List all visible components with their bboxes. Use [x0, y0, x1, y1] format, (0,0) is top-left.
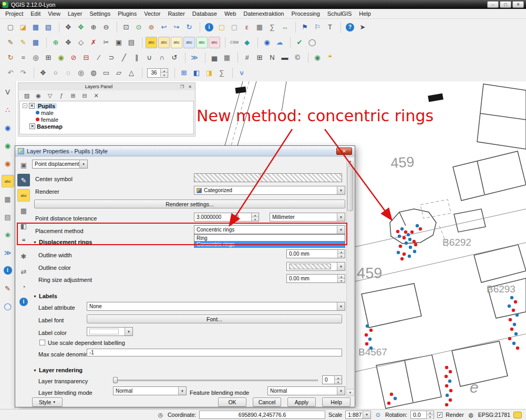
ellipse-extent-icon[interactable]: ◍: [88, 67, 99, 79]
circle-3points-icon[interactable]: ◌: [63, 67, 74, 79]
messages-icon[interactable]: [513, 412, 522, 418]
new-map-view-icon[interactable]: ⊞: [178, 67, 190, 79]
highlight-pinned-labels-icon[interactable]: abc: [171, 37, 182, 48]
osm-download-icon[interactable]: ◯: [306, 37, 318, 48]
copyright-label-icon[interactable]: ©: [292, 52, 303, 64]
attribute-tool-icon[interactable]: ▦: [2, 193, 14, 205]
select-features-icon[interactable]: ▢: [216, 22, 228, 33]
menu-item[interactable]: Web: [221, 9, 240, 18]
zoom-to-selection-icon[interactable]: ⊙: [133, 22, 145, 33]
help-button[interactable]: Help: [322, 397, 350, 407]
spinner-arrows[interactable]: [337, 275, 345, 282]
renderer-type-combo[interactable]: Point displacement: [32, 160, 88, 169]
menu-item[interactable]: Database: [189, 9, 221, 18]
python-console-icon[interactable]: ≫: [189, 52, 200, 64]
offset-curve-icon[interactable]: ⊃: [106, 52, 117, 64]
transparency-slider[interactable]: [113, 377, 318, 383]
layer-styling-icon[interactable]: ◨: [203, 67, 215, 79]
menu-item[interactable]: Processing: [287, 9, 323, 18]
section-displacement-rings[interactable]: Displacement rings: [33, 239, 92, 245]
general-icon[interactable]: ▣: [17, 159, 30, 171]
display-icon[interactable]: ❝: [17, 235, 30, 247]
composer-tool-icon[interactable]: ▤: [2, 211, 14, 223]
web-plugin-icon[interactable]: ◉: [261, 37, 273, 48]
spinner-arrows[interactable]: [426, 411, 434, 419]
new-grid-icon[interactable]: ⊞: [254, 52, 265, 64]
csw-search-icon[interactable]: CSW: [229, 37, 240, 48]
style-menu-button[interactable]: Style ▼: [32, 397, 63, 407]
undo-icon[interactable]: ↶: [5, 67, 16, 79]
angle-spinbox[interactable]: 36: [147, 68, 168, 78]
zoom-last-icon[interactable]: ↩: [158, 22, 170, 33]
zoom-full-icon[interactable]: ⊡: [120, 22, 132, 33]
crs-icon[interactable]: [467, 411, 475, 419]
redo-icon[interactable]: ↷: [17, 67, 29, 79]
pin-labels-icon[interactable]: abc: [158, 37, 170, 48]
menu-item[interactable]: Plugins: [114, 9, 140, 18]
rotation-spinbox[interactable]: 0.0: [410, 411, 434, 419]
label-color-combo[interactable]: [87, 327, 133, 336]
collapse-icon[interactable]: [23, 103, 27, 108]
change-label-icon[interactable]: abc: [209, 37, 220, 48]
new-project-icon[interactable]: ▢: [5, 22, 16, 33]
delete-ring-icon[interactable]: ⊘: [68, 52, 79, 64]
copy-features-icon[interactable]: ▣: [113, 37, 125, 48]
raster-calculator-icon[interactable]: ▦: [221, 52, 233, 64]
menu-item[interactable]: Vector: [140, 9, 164, 18]
simplify-feature-icon[interactable]: ≈: [17, 52, 29, 64]
filter-by-expression-icon[interactable]: ƒ: [57, 91, 66, 100]
gps-tracking-icon[interactable]: ◉: [312, 52, 323, 64]
help-contents-icon[interactable]: ?: [344, 22, 356, 33]
max-scale-input[interactable]: -1: [87, 349, 342, 356]
dialog-close-icon[interactable]: ✕: [336, 148, 352, 155]
remove-layer-icon[interactable]: ✕: [91, 91, 101, 100]
scroll-down-icon[interactable]: ▼: [347, 389, 354, 396]
split-parts-icon[interactable]: ∥: [131, 52, 142, 64]
metadata-icon[interactable]: i: [17, 296, 30, 308]
deselect-features-icon[interactable]: ▢: [229, 22, 240, 33]
collapse-all-icon[interactable]: ⊟: [80, 91, 89, 100]
cancel-button[interactable]: Cancel: [253, 397, 281, 407]
circle-center-icon[interactable]: ◎: [75, 67, 87, 79]
dialog-scrollbar[interactable]: ▲ ▼: [346, 158, 354, 396]
add-feature-icon[interactable]: ⊕: [50, 37, 61, 48]
refresh-map-icon[interactable]: ↻: [183, 22, 195, 33]
coordinate-input[interactable]: 695890.4,245776.6: [199, 411, 325, 419]
close-panel-icon[interactable]: [187, 84, 193, 90]
globe-tool-icon[interactable]: ◯: [2, 300, 14, 312]
move-point-icon[interactable]: ✥: [37, 67, 49, 79]
reshape-features-icon[interactable]: ∕: [93, 52, 105, 64]
rotate-label-icon[interactable]: abc: [196, 37, 208, 48]
zoom-next-icon[interactable]: ↪: [171, 22, 182, 33]
menu-item[interactable]: SchulGIS: [324, 9, 355, 18]
coordinate-capture-icon[interactable]: [157, 411, 164, 419]
section-layer-rendering[interactable]: Layer rendering: [33, 367, 82, 373]
slider-handle[interactable]: [113, 377, 118, 383]
scale-lock-icon[interactable]: [374, 411, 382, 419]
manage-map-themes-icon[interactable]: ◉: [34, 91, 43, 100]
identify-features-icon[interactable]: i: [203, 22, 215, 33]
scale-dependent-checkbox[interactable]: [39, 340, 45, 345]
info-tool-icon[interactable]: i: [2, 264, 14, 277]
field-calculator-icon[interactable]: ∑: [266, 22, 278, 33]
pan-map-icon[interactable]: ✥: [63, 22, 74, 33]
select-by-polygon-icon[interactable]: V: [2, 86, 14, 98]
point-distance-input[interactable]: 3.0000000: [194, 213, 259, 222]
ring-size-spinbox[interactable]: 0.00 mm: [286, 274, 345, 283]
cut-features-icon[interactable]: ✂: [100, 37, 112, 48]
ok-button[interactable]: OK: [218, 397, 246, 407]
python-tool-icon[interactable]: ≫: [2, 246, 14, 259]
show-bookmarks-icon[interactable]: ⚐: [312, 22, 323, 33]
wms-tool-icon[interactable]: ◉: [2, 157, 14, 170]
circle-2points-icon[interactable]: ○: [50, 67, 61, 79]
outline-color-button[interactable]: [286, 262, 345, 271]
maximize-icon[interactable]: [500, 1, 511, 8]
labels-icon[interactable]: abc: [17, 189, 30, 202]
menu-item[interactable]: Layer: [64, 9, 86, 18]
renderer-combo[interactable]: Categorized: [194, 186, 345, 195]
layer-labeling-icon[interactable]: abc: [146, 37, 157, 48]
layer-blend-combo[interactable]: Normal: [113, 386, 187, 395]
sketch-tool-icon[interactable]: ✎: [2, 282, 14, 295]
grass-tools-icon[interactable]: ❀: [2, 228, 14, 241]
menu-item[interactable]: Edit: [27, 9, 44, 18]
